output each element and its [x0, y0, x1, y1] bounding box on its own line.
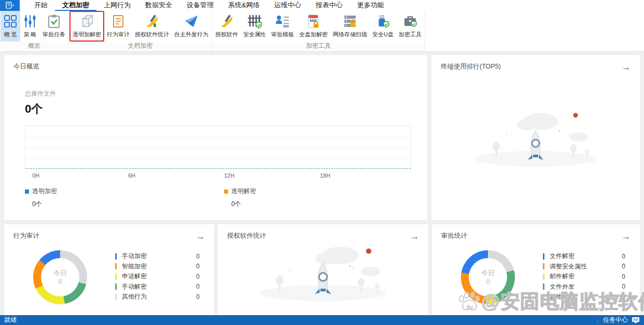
clipboard-check-icon — [47, 13, 61, 29]
ribbon-item-approval-template[interactable]: 审批模板 — [269, 11, 297, 42]
ribbon-group-label: 概览 — [0, 42, 68, 51]
panel-today-overview: 今日概览 总操作文件 0个 0H 6H 12H 18H 透明加密 0个 透明解密… — [4, 55, 427, 220]
panel-terminal-rank: 终端使用排行(TOP5) → — [431, 55, 640, 220]
legend-row: 调整安全属性0 — [543, 262, 625, 272]
app-menu-button[interactable] — [0, 0, 20, 11]
legend-row: 申请解密0 — [115, 272, 200, 282]
legend-row: 手动加密0 — [115, 251, 200, 262]
paper-plane-icon — [184, 13, 199, 29]
tab-ops-center[interactable]: 运维中心 — [267, 0, 309, 11]
panel-authorized-software-stats: 授权软件统计 → — [218, 224, 428, 315]
ribbon-item-label: 网络存储扫描 — [333, 31, 367, 38]
ribbon-item-label: 透明加解密 — [73, 31, 101, 38]
total-files-stat: 总操作文件 0个 — [25, 89, 56, 117]
approval-legend: 文件解密0 调整安全属性0 邮件解密0 文件外发0 其他审批0 — [543, 251, 625, 302]
tab-start[interactable]: 开始 — [27, 0, 55, 11]
ribbon-item-label: 全盘加解密 — [299, 31, 328, 38]
donut-center-value: 0 — [486, 277, 489, 286]
server-lock-icon — [343, 13, 357, 29]
donut-center-value: 0 — [58, 277, 62, 286]
legend-value: 0个 — [32, 200, 57, 209]
ribbon-item-label: 行为审计 — [107, 31, 130, 38]
chart-baseline — [25, 168, 411, 169]
ribbon-group-label: 加密工具 — [212, 42, 425, 51]
ribbon-item-label: 自主外发行为 — [174, 31, 208, 38]
ribbon-item-label: 安全属性 — [243, 31, 266, 38]
empty-state-rocket-illustration — [463, 107, 608, 169]
ribbon-item-security-attributes[interactable]: 安全属性 — [241, 11, 269, 42]
toolbox-shield-icon — [403, 13, 417, 29]
ssd-lock-icon: SSD — [306, 13, 321, 29]
ribbon-item-authorized-software[interactable]: 授权软件 — [213, 11, 241, 42]
panel-title: 终端使用排行(TOP5) — [441, 62, 501, 71]
template-person-icon — [275, 13, 290, 29]
ribbon-item-label: 授权软件 — [215, 31, 238, 38]
panel-title: 审批统计 — [441, 232, 467, 240]
status-bar: 就绪 ↓ 任务中心 — [0, 315, 644, 325]
arrow-right-icon[interactable]: → — [195, 233, 205, 240]
ribbon-group-overview: 概 览 策 略 审批任务 概览 — [0, 11, 69, 51]
ribbon-item-behavior-audit[interactable]: 行为审计 — [104, 11, 132, 42]
legend-marker — [224, 189, 228, 194]
ribbon-item-full-disk-encrypt-decrypt[interactable]: SSD 全盘加解密 — [297, 11, 330, 42]
ribbon-group-document-encryption: 透明加解密 行为审计 授权软件统计 自主外发行为 文档加密 — [69, 11, 212, 51]
legend-row: 文件外发0 — [543, 282, 625, 292]
approval-donut-chart: 今日0 — [461, 250, 515, 304]
sliders-icon — [23, 13, 37, 29]
panel-title: 今日概览 — [13, 62, 39, 71]
ribbon-item-policy[interactable]: 策 略 — [20, 11, 40, 42]
tab-data-security[interactable]: 数据安全 — [138, 0, 179, 11]
menu-bar: 开始 文档加密 上网行为 数据安全 设备管理 系统&网络 运维中心 报表中心 更… — [0, 0, 644, 11]
fence-shield-icon — [247, 13, 262, 29]
x-tick: 6H — [128, 172, 135, 179]
dashboard: 今日概览 总操作文件 0个 0H 6H 12H 18H 透明加密 0个 透明解密… — [0, 52, 644, 315]
tab-device-management[interactable]: 设备管理 — [179, 0, 221, 11]
ribbon-item-label: 概 览 — [4, 31, 17, 38]
tab-report-center[interactable]: 报表中心 — [309, 0, 350, 11]
tab-document-encryption[interactable]: 文档加密 — [55, 0, 96, 11]
ribbon-item-self-outgoing-behavior[interactable]: 自主外发行为 — [172, 11, 211, 42]
stat-label: 总操作文件 — [25, 89, 56, 98]
ribbon-item-approval-tasks[interactable]: 审批任务 — [40, 11, 68, 42]
audit-doc-icon — [111, 13, 125, 29]
tab-system-network[interactable]: 系统&网络 — [221, 0, 267, 11]
legend-row: 手动解密0 — [115, 282, 200, 292]
legend-value: 0个 — [231, 200, 256, 209]
legend-row: 文件解密0 — [543, 251, 625, 262]
ribbon-item-network-storage-scan[interactable]: 网络存储扫描 — [330, 11, 370, 42]
arrow-right-icon[interactable]: → — [621, 63, 631, 71]
donut-center-title: 今日 — [53, 268, 67, 277]
ribbon-group-label: 文档加密 — [69, 42, 212, 51]
tab-internet-behavior[interactable]: 上网行为 — [96, 0, 138, 11]
arrow-right-icon[interactable]: → — [621, 233, 631, 240]
ribbon-item-encryption-tools[interactable]: 加密工具 — [396, 11, 424, 42]
grid-overview-icon — [3, 13, 18, 29]
ribbon-item-label: 策 略 — [23, 31, 36, 38]
ruler-pencil-chart-icon — [145, 13, 159, 29]
task-center-button[interactable]: 任务中心 — [603, 316, 628, 324]
panel-approval-stats: 审批统计 → 今日0 文件解密0 调整安全属性0 邮件解密0 文件外发0 其他审… — [432, 224, 640, 315]
ribbon-item-overview[interactable]: 概 览 — [1, 11, 20, 42]
monitor-icon[interactable] — [632, 317, 640, 323]
ribbon-item-authorized-software-stats[interactable]: 授权软件统计 — [132, 11, 172, 42]
ribbon-item-secure-usb[interactable]: 安全U盘 — [370, 11, 396, 42]
x-tick: 12H — [224, 172, 234, 179]
ribbon-item-label: 审批模板 — [271, 31, 294, 38]
legend-transparent-encrypt: 透明加密 0个 — [25, 187, 57, 209]
behavior-legend: 手动加密0 智能加密0 申请解密0 手动解密0 其他行为0 — [115, 251, 200, 302]
ribbon-item-label: 安全U盘 — [372, 31, 394, 38]
ribbon-group-encryption-tools: 授权软件 安全属性 审批模板 SSD 全盘加解密 — [212, 11, 425, 51]
status-ready-text: 就绪 — [4, 316, 17, 324]
panel-behavior-audit: 行为审计 → 今日0 手动加密0 智能加密0 申请解密0 手动解密0 其他行为0 — [4, 224, 214, 315]
tab-more-features[interactable]: 更多功能 — [350, 0, 391, 11]
behavior-donut-chart: 今日0 — [33, 250, 87, 304]
arrow-right-icon[interactable]: → — [410, 233, 419, 240]
donut-center-title: 今日 — [481, 268, 495, 277]
x-tick: 0H — [32, 172, 39, 179]
ribbon-item-transparent-encrypt-decrypt[interactable]: 透明加解密 — [69, 11, 104, 42]
legend-marker — [25, 189, 29, 194]
usb-shield-icon — [375, 13, 390, 29]
download-arrow-icon: ↓ — [596, 316, 600, 324]
legend-row: 其他行为0 — [115, 292, 200, 302]
legend-row: 智能加密0 — [115, 262, 200, 272]
